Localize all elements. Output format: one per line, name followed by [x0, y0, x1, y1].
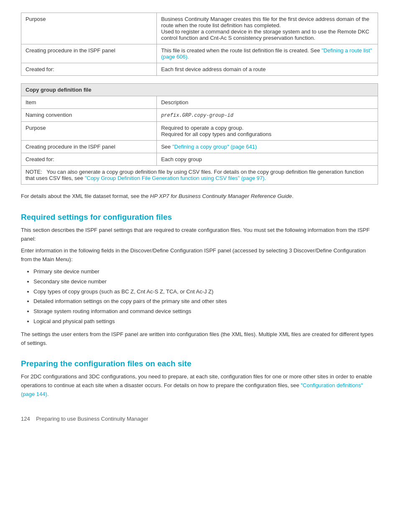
item-label: Created for:	[21, 153, 157, 166]
table-row: Created for: Each first device address d…	[21, 63, 378, 76]
table-row: Creating procedure in the ISPF panel See…	[21, 141, 378, 153]
csv-files-link[interactable]: "Copy Group Definition File Generation f…	[85, 175, 266, 181]
item-description: prefix.GRP.copy-group-id	[157, 109, 378, 122]
item-label: Naming convention	[21, 109, 157, 122]
list-item: Primary site device number	[33, 267, 378, 276]
required-settings-para2: Enter information in the following field…	[21, 247, 378, 264]
item-description: Business Continuity Manager creates this…	[157, 13, 378, 44]
route-definition-table: Purpose Business Continuity Manager crea…	[21, 13, 378, 76]
item-description: Required to operate a copy group. Requir…	[157, 122, 378, 141]
table-row: Purpose Required to operate a copy group…	[21, 122, 378, 141]
item-description: Each first device address domain of a ro…	[157, 63, 378, 76]
item-description: Each copy group	[157, 153, 378, 166]
book-title: HP XP7 for Business Continuity Manager R…	[150, 193, 292, 199]
list-item: Logical and physical path settings	[33, 317, 378, 326]
xml-reference-paragraph: For details about the XML file dataset f…	[21, 192, 378, 201]
column-header-description: Description	[157, 96, 378, 109]
required-settings-heading: Required settings for configuration file…	[21, 213, 378, 222]
table-row: Created for: Each copy group	[21, 153, 378, 166]
preparing-config-para1: For 2DC configurations and 3DC configura…	[21, 373, 378, 398]
table-row: Item Description	[21, 96, 378, 109]
required-settings-para1: This section describes the ISPF panel se…	[21, 226, 378, 244]
item-label: Purpose	[21, 13, 157, 44]
copy-group-table: Copy group definition file Item Descript…	[21, 83, 378, 185]
table-row: Purpose Business Continuity Manager crea…	[21, 13, 378, 44]
list-item: Copy types of copy groups (such as BC Z,…	[33, 288, 378, 296]
note-text: You can also generate a copy group defin…	[26, 169, 364, 181]
table-row: Naming convention prefix.GRP.copy-group-…	[21, 109, 378, 122]
list-item: Secondary site device number	[33, 278, 378, 286]
list-item: Storage system routing information and c…	[33, 307, 378, 316]
item-label: Purpose	[21, 122, 157, 141]
preparing-config-heading: Preparing the configuration files on eac…	[21, 359, 378, 368]
note-label: NOTE:	[26, 169, 42, 175]
table-row: Creating procedure in the ISPF panel Thi…	[21, 44, 378, 63]
list-item: Detailed information settings on the cop…	[33, 297, 378, 306]
note-cell: NOTE: You can also generate a copy group…	[21, 166, 378, 185]
required-settings-list: Primary site device number Secondary sit…	[33, 267, 378, 326]
footer-text: Preparing to use Business Continuity Man…	[36, 416, 148, 422]
item-description: See "Defining a copy group" (page 641)	[157, 141, 378, 153]
copy-group-link[interactable]: "Defining a copy group" (page 641)	[172, 144, 257, 150]
item-description: This file is created when the route list…	[157, 44, 378, 63]
item-label: Creating procedure in the ISPF panel	[21, 44, 157, 63]
note-row: NOTE: You can also generate a copy group…	[21, 166, 378, 185]
naming-code: prefix.GRP.copy-group-id	[161, 113, 233, 118]
column-header-item: Item	[21, 96, 157, 109]
required-settings-para3: The settings the user enters from the IS…	[21, 330, 378, 348]
page-footer: 124 Preparing to use Business Continuity…	[21, 416, 378, 422]
page-number: 124	[21, 416, 30, 422]
table-section-header: Copy group definition file	[21, 84, 378, 96]
item-label: Created for:	[21, 63, 157, 76]
route-list-link[interactable]: "Defining a route list" (page 606).	[161, 47, 372, 60]
section-header-label: Copy group definition file	[21, 84, 378, 96]
page-content: Purpose Business Continuity Manager crea…	[21, 13, 378, 422]
item-label: Creating procedure in the ISPF panel	[21, 141, 157, 153]
config-definitions-link[interactable]: "Configuration definitions" (page 144).	[21, 382, 363, 397]
